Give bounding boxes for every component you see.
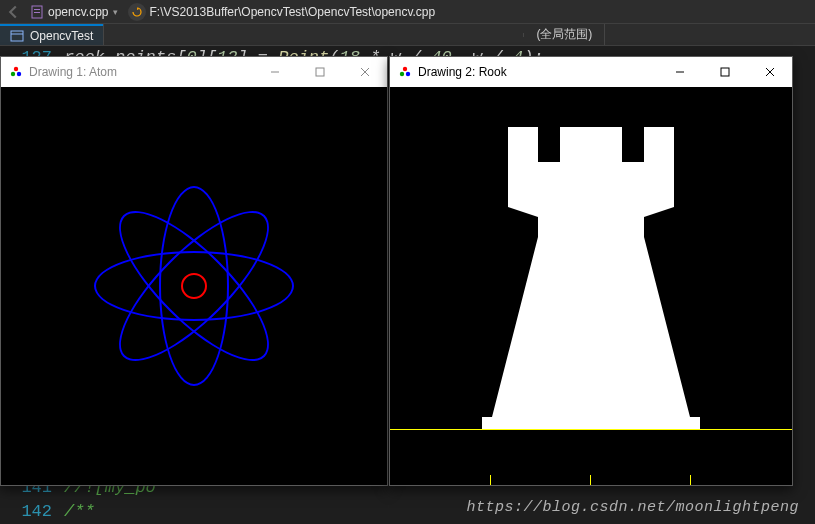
svg-point-9: [400, 72, 404, 76]
watermark: https://blog.csdn.net/moonlightpeng: [466, 499, 799, 516]
close-button[interactable]: [342, 57, 387, 87]
rook-divider: [490, 475, 491, 485]
window-title: Drawing 2: Rook: [418, 65, 507, 79]
rook-shape: [390, 87, 792, 485]
window-rook: Drawing 2: Rook: [389, 56, 793, 486]
svg-point-4: [14, 67, 18, 71]
active-file-chip[interactable]: opencv.cpp ▾: [24, 4, 124, 20]
window-atom: Drawing 1: Atom: [0, 56, 388, 486]
svg-point-5: [11, 72, 15, 76]
svg-point-10: [406, 72, 410, 76]
canvas-atom: [1, 87, 387, 485]
opencv-icon: [398, 65, 412, 79]
svg-rect-3: [11, 31, 23, 41]
chevron-down-icon: ▾: [113, 7, 118, 17]
titlebar[interactable]: Drawing 1: Atom: [1, 57, 387, 87]
active-file-name: opencv.cpp: [48, 5, 109, 19]
rook-divider: [590, 475, 591, 485]
cpp-file-icon: [30, 5, 44, 19]
line-number: 142: [0, 500, 64, 524]
svg-point-6: [17, 72, 21, 76]
back-icon[interactable]: [6, 5, 20, 19]
project-name: OpencvTest: [30, 29, 93, 43]
scope-dropdown[interactable]: [104, 33, 524, 37]
atom-core: [181, 273, 207, 299]
rook-divider: [690, 475, 691, 485]
scope-label-cell[interactable]: (全局范围): [524, 24, 605, 45]
maximize-button[interactable]: [297, 57, 342, 87]
svg-marker-12: [482, 127, 700, 430]
canvas-rook: [390, 87, 792, 485]
maximize-button[interactable]: [702, 57, 747, 87]
scope-label: (全局范围): [536, 26, 592, 43]
vs-navigation-bar: opencv.cpp ▾ F:\VS2013Buffer\OpencvTest\…: [0, 0, 815, 24]
minimize-button[interactable]: [657, 57, 702, 87]
sync-button[interactable]: [128, 3, 146, 21]
svg-rect-11: [721, 68, 729, 76]
close-button[interactable]: [747, 57, 792, 87]
file-path: F:\VS2013Buffer\OpencvTest\OpencvTest\op…: [150, 5, 436, 19]
opencv-icon: [9, 65, 23, 79]
titlebar[interactable]: Drawing 2: Rook: [390, 57, 792, 87]
minimize-button[interactable]: [252, 57, 297, 87]
project-scope-tab[interactable]: OpencvTest: [0, 24, 103, 45]
project-icon: [10, 29, 24, 43]
window-title: Drawing 1: Atom: [29, 65, 117, 79]
svg-rect-1: [34, 9, 40, 10]
svg-rect-2: [34, 12, 40, 13]
rook-baseline-box: [390, 430, 792, 485]
svg-rect-7: [316, 68, 324, 76]
svg-point-8: [403, 67, 407, 71]
scope-bar: OpencvTest (全局范围): [0, 24, 815, 46]
